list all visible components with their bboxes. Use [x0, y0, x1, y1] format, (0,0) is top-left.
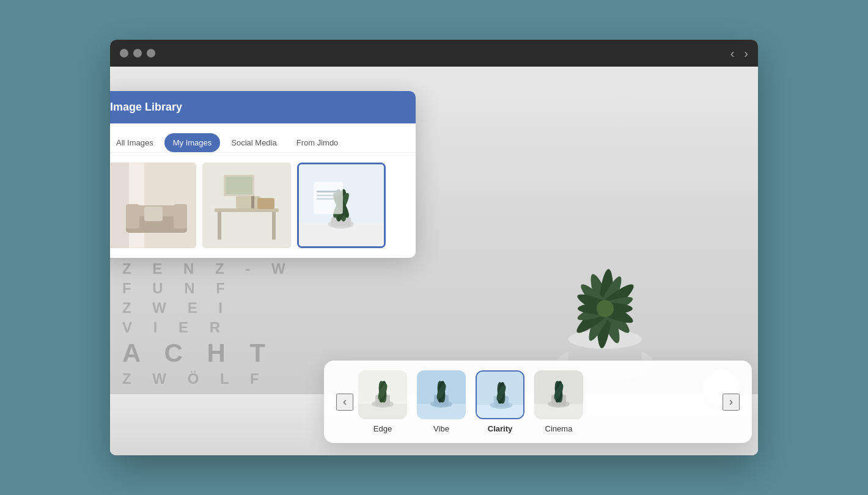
svg-rect-17 — [126, 204, 139, 229]
filter-thumb-clarity — [476, 370, 524, 419]
svg-rect-40 — [317, 199, 334, 200]
letter-row: Z E N Z - W — [122, 260, 318, 277]
browser-dots — [120, 49, 155, 57]
filter-thumb-vibe — [417, 370, 466, 419]
svg-rect-24 — [236, 196, 260, 208]
filter-item-edge[interactable]: Edge — [358, 370, 407, 433]
filter-item-cinema[interactable]: Cinema — [534, 370, 583, 433]
filter-label-edge: Edge — [373, 424, 392, 433]
panel-tabs: All Images My Images Social Media From J… — [110, 123, 416, 153]
letter-row: V I E R — [122, 319, 318, 336]
svg-point-11 — [597, 300, 614, 317]
image-thumb-3[interactable] — [297, 163, 386, 248]
svg-rect-38 — [317, 191, 340, 193]
image-library-panel: Image Library All Images My Images Socia… — [110, 91, 416, 258]
svg-rect-28 — [226, 177, 252, 194]
image-thumb-2[interactable] — [202, 163, 291, 248]
letter-row: Z W Ö L F — [122, 370, 318, 387]
svg-rect-19 — [144, 207, 163, 221]
svg-rect-26 — [257, 198, 274, 209]
filter-label-cinema: Cinema — [545, 424, 573, 433]
filter-panel: ‹ — [324, 361, 752, 443]
tab-social-media[interactable]: Social Media — [223, 133, 285, 152]
filter-next-button[interactable]: › — [723, 394, 740, 411]
tab-all-images[interactable]: All Images — [110, 133, 162, 152]
background-scene: B S K I S T - F U N F Z E H N Z - W R I … — [110, 67, 758, 455]
filter-item-clarity[interactable]: Clarity — [476, 370, 524, 433]
tab-from-jimdo[interactable]: From Jimdo — [288, 133, 347, 152]
browser-dot-2 — [133, 49, 142, 57]
browser-window: ‹ › B S K I S T - F U N F Z E H N Z - W … — [110, 40, 758, 455]
browser-nav-arrows: ‹ › — [730, 46, 748, 61]
svg-rect-22 — [218, 212, 221, 240]
filter-label-clarity: Clarity — [488, 424, 512, 433]
browser-titlebar: ‹ › — [110, 40, 758, 67]
tab-my-images[interactable]: My Images — [164, 133, 221, 152]
filter-prev-button[interactable]: ‹ — [336, 394, 353, 411]
image-thumb-1[interactable] — [110, 163, 196, 248]
filter-thumb-cinema — [534, 370, 583, 419]
browser-back-button[interactable]: ‹ — [730, 46, 735, 61]
svg-rect-37 — [314, 182, 343, 215]
svg-rect-23 — [272, 212, 276, 240]
filter-thumb-edge — [358, 370, 407, 419]
panel-title: Image Library — [110, 101, 182, 113]
acht-row: A C H T — [122, 339, 318, 368]
browser-dot-1 — [120, 49, 128, 57]
browser-dot-3 — [147, 49, 155, 57]
filter-items: Edge — [358, 370, 718, 433]
svg-rect-18 — [174, 204, 187, 229]
filter-label-vibe: Vibe — [433, 424, 449, 433]
panel-images — [110, 153, 416, 258]
panel-header: Image Library — [110, 91, 416, 123]
svg-rect-39 — [317, 195, 337, 196]
filter-item-vibe[interactable]: Vibe — [417, 370, 466, 433]
svg-rect-14 — [111, 163, 129, 248]
browser-content: B S K I S T - F U N F Z E H N Z - W R I … — [110, 67, 758, 455]
letter-row: F U N F — [122, 280, 318, 297]
browser-forward-button[interactable]: › — [744, 46, 748, 61]
letter-row: Z W E I — [122, 299, 318, 317]
